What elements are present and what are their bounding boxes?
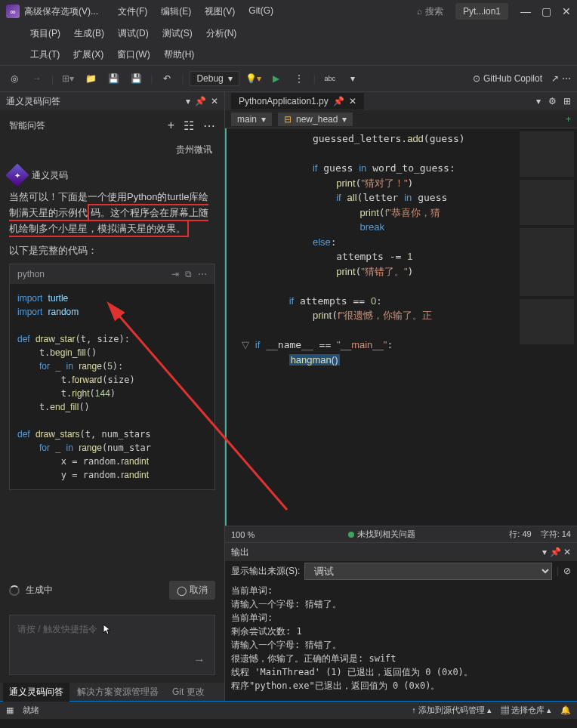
output-source-select[interactable]: 调试 [304,563,552,580]
qa-title: 智能问答 [9,119,45,132]
minimize-icon[interactable]: — [520,5,531,17]
qa-header: 智能问答 + ☷ ⋯ [0,110,224,140]
editor-tabs: PythonApplication1.py 📌 ✕ ▾ ⚙ ⊞ [225,92,577,110]
minimap[interactable] [517,128,577,526]
tasks-icon[interactable]: ▦ [6,705,14,715]
menu-git[interactable]: Git(G) [248,5,273,18]
chat-area: ✦ 通义灵码 当然可以！下面是一个使用Python的turtle库绘制满天星的示… [0,159,224,573]
mouse-cursor-icon [103,624,115,636]
search-icon: ⌕ [417,6,422,17]
copy-icon[interactable]: ⧉ [185,269,192,279]
scope-selector[interactable]: main▾ [231,113,272,126]
send-icon[interactable]: → [193,653,205,667]
new-chat-icon[interactable]: + [168,119,174,133]
pin-tab-icon[interactable]: 📌 [333,96,344,106]
menu-help[interactable]: 帮助(H) [164,48,195,61]
add-to-src[interactable]: ↑ 添加到源代码管理 ▴ [412,705,492,716]
save-icon[interactable]: 💾 [105,70,122,87]
function-nav: main▾ ⊟new_head▾ + [225,110,577,128]
bot-response-text: 当然可以！下面是一个使用Python的turtle库绘制满天星的示例代码。这个程… [9,190,215,236]
chat-panel-header: 通义灵码问答 ▾📌✕ [0,92,224,110]
cancel-button[interactable]: ◯ 取消 [169,581,215,600]
titlebar: ∞ 高级保存选项(V)... 文件(F) 编辑(E) 视图(V) Git(G) … [0,0,577,23]
close-icon[interactable]: ✕ [562,5,571,17]
maximize-icon[interactable]: ▢ [542,5,551,17]
close-tab-icon[interactable]: ✕ [349,96,356,106]
tab-solution[interactable]: 解决方案资源管理器 [71,683,165,702]
back-icon[interactable]: ◎ [6,70,23,87]
menu-file[interactable]: 文件(F) [118,5,147,18]
stop-icon: ◯ [177,585,187,596]
close-panel-icon[interactable]: ✕ [211,96,218,106]
tab-git[interactable]: Git 更改 [166,683,211,702]
insert-icon[interactable]: ⇥ [171,269,179,279]
status-bar: ▦ 就绪 ↑ 添加到源代码管理 ▴ ▦ 选择仓库 ▴ 🔔 [0,701,577,719]
app-title: 高级保存选项(V)... [24,5,98,18]
debug-config[interactable]: Debug▾ [190,71,239,86]
open-doc-tab[interactable]: Pyt...ion1 [455,3,508,20]
chevron-icon[interactable]: ▾ [344,70,361,87]
settings-icon[interactable]: ⚙ [548,96,557,106]
menu-edit[interactable]: 编辑(E) [161,5,191,18]
menu-window[interactable]: 窗口(W) [117,48,150,61]
function-selector[interactable]: ⊟new_head▾ [278,113,353,126]
menu-test[interactable]: 测试(S) [162,27,193,40]
lightbulb-icon[interactable]: 💡▾ [245,70,262,87]
bot-name: 通义灵码 [32,169,68,182]
saveall-icon[interactable]: 💾 [128,70,144,87]
output-source-label: 显示输出来源(S): [231,565,300,578]
menubar-row3: 工具(T) 扩展(X) 窗口(W) 帮助(H) [0,44,577,65]
share-icon[interactable]: ↗ [551,73,559,84]
more-icon[interactable]: ⋯ [203,119,215,133]
brand-label: 贵州微讯 [0,140,224,159]
issues-indicator[interactable]: 未找到相关问题 [348,529,415,540]
generating-status: 生成中 ◯ 取消 [0,573,224,607]
menu-view[interactable]: 视图(V) [205,5,235,18]
abc-icon[interactable]: abc [322,70,338,87]
chat-panel: 通义灵码问答 ▾📌✕ 智能问答 + ☷ ⋯ 贵州微讯 ✦ 通义灵码 当然可以！下… [0,92,225,701]
forward-icon: → [29,70,45,87]
new-icon[interactable]: ⊞▾ [60,70,76,87]
play-icon[interactable]: ▶ [268,70,285,87]
history-icon[interactable]: ☷ [184,119,194,133]
menu-project[interactable]: 项目(P) [30,27,60,40]
open-icon[interactable]: 📁 [82,70,99,87]
pin-output-icon[interactable]: 📌 [550,547,561,557]
bot-icon: ✦ [5,163,29,187]
code-editor[interactable]: guessed_letters.add(guess) if guess in w… [225,128,517,526]
menu-analyze[interactable]: 分析(N) [206,27,237,40]
output-title: 输出 [231,546,249,559]
toolbar: ◎ → | ⊞▾ 📁 💾 💾 | ↶ | Debug▾ 💡▾ ▶ ⋮ | abc… [0,65,577,92]
ready-label: 就绪 [23,705,39,716]
editor-status: 100 % 未找到相关问题 行: 49 字符: 14 [225,526,577,542]
notif-icon[interactable]: 🔔 [560,705,571,715]
close-output-icon[interactable]: ✕ [563,547,571,557]
menu-ext[interactable]: 扩展(X) [73,48,103,61]
tab-chat[interactable]: 通义灵码问答 [3,683,69,702]
add-icon[interactable]: + [566,114,571,125]
overflow-icon[interactable]: ⋯ [562,73,571,84]
search-box[interactable]: ⌕ 搜索 [417,5,443,18]
more-icon[interactable]: ⋮ [291,70,307,87]
copilot-button[interactable]: ⊙ GitHub Copilot ↗ ⋯ [473,73,571,84]
select-repo[interactable]: ▦ 选择仓库 ▴ [501,705,551,716]
output-panel: 输出 ▾ 📌 ✕ 显示输出来源(S): 调试 | ⊘ 当前单词: 请输入一个字母… [225,542,577,701]
editor-panel: PythonApplication1.py 📌 ✕ ▾ ⚙ ⊞ main▾ ⊟n… [225,92,577,701]
copilot-icon: ⊙ [473,73,480,84]
menu-tools[interactable]: 工具(T) [30,48,60,61]
panel-tabs: 通义灵码问答 解决方案资源管理器 Git 更改 [0,683,224,701]
menubar-row2: 项目(P) 生成(B) 调试(D) 测试(S) 分析(N) [0,23,577,44]
spinner-icon [9,585,20,596]
file-tab[interactable]: PythonApplication1.py 📌 ✕ [231,93,364,110]
output-body: 当前单词: 请输入一个字母: 猜错了。 当前单词: 剩余尝试次数: 1 请输入一… [225,581,577,701]
vs-logo-icon: ∞ [6,5,20,18]
menu-build[interactable]: 生成(B) [74,27,104,40]
code-lang: python [17,269,45,279]
pin-icon[interactable]: 📌 [195,96,206,106]
undo-icon[interactable]: ↶ [159,70,175,87]
clear-icon[interactable]: ⊘ [563,566,571,576]
code-content: import turtle import random def draw_sta… [10,284,214,489]
menu-debug[interactable]: 调试(D) [118,27,149,40]
more-code-icon[interactable]: ⋯ [198,269,207,279]
split-icon[interactable]: ⊞ [563,96,571,106]
